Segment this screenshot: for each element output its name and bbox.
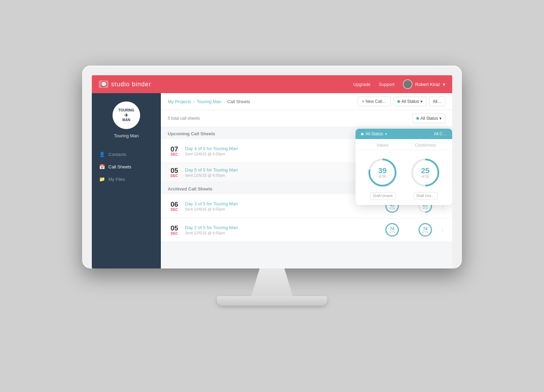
tooltip-draft-badge-1: Draft Unsent: [370, 192, 396, 199]
avatar: [403, 79, 412, 89]
tooltip-header: All Status ▾ All C…: [356, 129, 452, 139]
status-filter-label: All Status: [401, 99, 419, 104]
call-sheet-date: 05 DEC: [168, 225, 181, 235]
monitor-stand-neck: [251, 268, 293, 296]
tooltip-draft-row: Draft Unsent Draft Uns…: [356, 192, 452, 205]
user-menu[interactable]: Robert Kiraz ▾: [403, 79, 445, 89]
content-toolbar: My Projects › Touring Man › Call Sheets …: [161, 93, 452, 110]
call-sheet-date: 06 DEC: [168, 201, 181, 212]
user-chevron-icon: ▾: [443, 82, 445, 87]
call-sheet-title[interactable]: Day 2 of 5 for Touring Man: [185, 225, 380, 230]
date-day: 05: [168, 167, 181, 174]
date-month: DEC: [168, 174, 181, 178]
project-name: Touring Man: [114, 133, 139, 138]
list-filters: All Status ▾: [412, 114, 445, 123]
date-month: DEC: [168, 232, 181, 235]
sidebar-item-callsheets[interactable]: 📅 Call Sheets: [92, 160, 161, 173]
brand: 💬 studio binder: [99, 80, 151, 88]
call-sheet-date: 07 DEC: [168, 146, 181, 156]
tooltip-overlay: All Status ▾ All C… Views Confirmed: [356, 129, 452, 205]
call-sheet-subtitle: Sent 12/6/15 @ 6:55pm: [185, 207, 380, 211]
sidebar-label-contacts: Contacts: [108, 152, 126, 157]
sidebar-nav: 👤 Contacts 📅 Call Sheets 📁 My Files: [92, 148, 161, 185]
tooltip-confirmed-denom: of 50: [421, 175, 429, 178]
support-link[interactable]: Support: [379, 82, 395, 87]
myfiles-icon: 📁: [99, 176, 105, 182]
call-sheet-date: 05 DEC: [168, 167, 181, 178]
project-logo-line2: ✈: [118, 112, 134, 118]
status-filter[interactable]: All Status ▾: [394, 97, 426, 106]
date-month: DEC: [168, 153, 181, 156]
call-sheet-title[interactable]: Day 3 of 5 for Touring Man: [185, 201, 380, 206]
all-status-pill: All Status ▾: [361, 131, 387, 136]
call-sheet-title[interactable]: Day 4 of 5 for Touring Man: [185, 146, 380, 151]
archived-label: Archived Call Sheets: [168, 186, 212, 192]
confirmed-denom: of 74: [422, 231, 428, 233]
brand-icon: 💬: [99, 80, 108, 88]
date-day: 07: [168, 146, 181, 153]
sidebar-label-myfiles: My Files: [108, 177, 125, 182]
confirmed-denom: of 50: [422, 207, 428, 209]
views-stat: 74 of 74: [385, 222, 400, 237]
upcoming-label: Upcoming Call Sheets: [168, 131, 215, 136]
callsheets-icon: 📅: [99, 164, 105, 169]
project-logo-line3: MAN: [118, 118, 134, 122]
tooltip-confirmed-center: 25 of 50: [421, 167, 429, 178]
row-menu-icon[interactable]: ⋮: [440, 227, 445, 233]
tooltip-views-center: 39 of 50: [378, 167, 387, 178]
status-chevron-icon: ▾: [420, 99, 422, 104]
sidebar-label-callsheets: Call Sheets: [108, 164, 131, 169]
project-logo: TOURING ✈ MAN: [113, 101, 140, 129]
upgrade-link[interactable]: Upgrade: [353, 82, 370, 87]
pill-label: All Status: [366, 131, 383, 136]
pill-dot-icon: [361, 133, 363, 135]
date-month: DEC: [168, 208, 181, 212]
list-status-label: All Status: [420, 116, 438, 121]
list-status-filter[interactable]: All Status ▾: [412, 114, 445, 123]
sidebar: TOURING ✈ MAN Touring Man 👤 Contacts: [92, 93, 161, 268]
list-header: 5 total call sheets All Status ▾: [161, 110, 452, 127]
breadcrumb-projects[interactable]: My Projects: [168, 99, 191, 104]
breadcrumb-sep2: ›: [224, 99, 225, 104]
date-day: 05: [168, 225, 181, 232]
tooltip-confirmed-num: 25: [421, 167, 429, 175]
new-call-label: + New Call…: [362, 99, 386, 104]
all-filter[interactable]: All…: [429, 97, 445, 106]
status-dot-icon: [397, 100, 400, 103]
user-name: Robert Kiraz: [415, 82, 440, 87]
all-filter-label: All…: [433, 99, 441, 104]
confirmed-num: 74: [422, 227, 428, 231]
tooltip-circles: 39 of 50 25 of 50: [356, 150, 452, 192]
breadcrumb-sep1: ›: [193, 99, 195, 104]
call-sheet-info: Day 3 of 5 for Touring Man Sent 12/6/15 …: [185, 201, 380, 211]
tooltip-draft-badge-2: Draft Uns…: [414, 192, 438, 199]
project-logo-line1: TOURING: [118, 108, 134, 112]
tooltip-confirmed-col-label: Confirmed: [404, 143, 447, 148]
date-day: 06: [168, 201, 181, 208]
call-sheet-subtitle: Sent 12/5/15 @ 6:55pm: [185, 231, 380, 235]
brand-name: studio binder: [111, 81, 151, 88]
new-call-button[interactable]: + New Call…: [358, 97, 391, 106]
views-num: 74: [389, 227, 395, 231]
table-row: 05 DEC Day 2 of 5 for Touring Man Sent 1…: [161, 218, 452, 242]
nav-links: Upgrade Support Robert Kiraz ▾: [353, 79, 445, 89]
confirmed-stat: 74 of 74: [418, 222, 433, 237]
list-status-chevron-icon: ▾: [439, 116, 441, 121]
monitor-stand-base: [217, 296, 327, 306]
call-sheet-info: Day 2 of 5 for Touring Man Sent 12/5/15 …: [185, 225, 380, 235]
call-sheet-subtitle: Sent 12/6/15 @ 6:55pm: [185, 152, 380, 156]
pill-all-label: All C…: [434, 131, 447, 136]
breadcrumb: My Projects › Touring Man › Call Sheets: [168, 99, 355, 104]
views-denom: of 50: [389, 207, 395, 209]
tooltip-views-num: 39: [378, 167, 387, 175]
top-nav: 💬 studio binder Upgrade Support Robert K…: [92, 75, 452, 93]
tooltip-views-circle: 39 of 50: [367, 157, 398, 188]
sidebar-item-contacts[interactable]: 👤 Contacts: [92, 148, 161, 160]
list-status-dot-icon: [416, 117, 419, 120]
total-count: 5 total call sheets: [168, 116, 200, 121]
pill-chevron-icon: ▾: [385, 132, 387, 136]
tooltip-views-col-label: Views: [361, 143, 404, 148]
breadcrumb-project[interactable]: Touring Man: [197, 99, 222, 104]
contacts-icon: 👤: [99, 151, 105, 157]
sidebar-item-myfiles[interactable]: 📁 My Files: [92, 173, 161, 185]
